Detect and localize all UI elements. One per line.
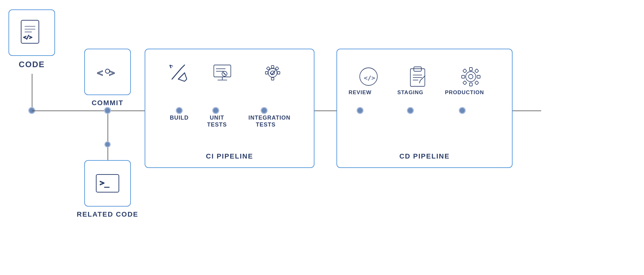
svg-rect-47 [462, 75, 465, 78]
svg-line-17 [178, 79, 185, 81]
production-dot [459, 107, 466, 114]
ci-pipeline-box: CI PIPELINE [145, 49, 314, 168]
build-stage-icon [164, 62, 192, 85]
integration-tests-dot [261, 107, 268, 114]
svg-line-14 [178, 73, 185, 79]
related-code-box: >_ [84, 160, 131, 207]
code-file-icon: </> [9, 10, 54, 55]
svg-rect-48 [477, 75, 480, 78]
integration-tests-stage-icon [258, 62, 287, 85]
review-label: REVIEW [344, 89, 376, 96]
svg-point-44 [469, 74, 473, 79]
staging-stage-icon [402, 65, 433, 90]
svg-rect-46 [469, 83, 472, 86]
production-label: PRODUCTION [445, 89, 480, 96]
vline-code-commit [32, 74, 32, 111]
code-box: </> [8, 9, 55, 56]
cd-pipeline-label: CD PIPELINE [337, 152, 512, 160]
diagram-container: </> CODE < > COMMIT >_ RELATE [0, 0, 644, 275]
svg-line-24 [223, 73, 226, 75]
svg-rect-49 [463, 69, 467, 73]
svg-rect-45 [469, 67, 472, 71]
svg-text:</>: </> [364, 74, 375, 82]
svg-text:</>: </> [23, 34, 32, 40]
review-stage-icon: </> [353, 65, 384, 90]
svg-rect-36 [414, 67, 421, 71]
svg-point-25 [268, 68, 277, 77]
staging-dot [407, 107, 414, 114]
svg-text:>: > [109, 67, 115, 78]
ci-pipeline-label: CI PIPELINE [145, 152, 314, 160]
build-stage-label: BUILD [167, 115, 192, 121]
svg-rect-30 [277, 72, 280, 74]
unit-tests-stage-label: UNITTESTS [203, 115, 231, 128]
svg-line-13 [181, 65, 185, 68]
terminal-icon: >_ [85, 161, 130, 206]
vline-commit-related [108, 111, 108, 164]
commit-label: COMMIT [84, 99, 131, 107]
svg-rect-27 [271, 66, 274, 68]
sub-dot [104, 141, 111, 148]
production-stage-icon [455, 65, 486, 90]
svg-rect-52 [475, 81, 479, 85]
svg-rect-51 [463, 81, 467, 85]
integration-tests-stage-label: INTEGRATIONTESTS [248, 115, 283, 128]
code-label: CODE [8, 60, 55, 69]
svg-rect-28 [271, 78, 274, 80]
commit-timeline-dot [104, 107, 111, 114]
svg-text:>_: >_ [100, 178, 109, 187]
svg-text:<: < [97, 67, 103, 78]
svg-rect-50 [475, 69, 479, 73]
code-branch-icon: < > [85, 49, 130, 94]
commit-box: < > [84, 49, 131, 95]
build-dot [176, 107, 183, 114]
related-label: RELATED CODE [72, 210, 143, 218]
unit-tests-dot [212, 107, 219, 114]
unit-tests-stage-icon [208, 62, 236, 85]
svg-line-41 [419, 81, 420, 83]
staging-label: STAGING [395, 89, 426, 96]
svg-point-43 [466, 72, 476, 82]
review-dot [357, 107, 364, 114]
svg-rect-29 [265, 72, 268, 74]
svg-line-15 [185, 73, 187, 79]
svg-line-16 [185, 79, 187, 81]
